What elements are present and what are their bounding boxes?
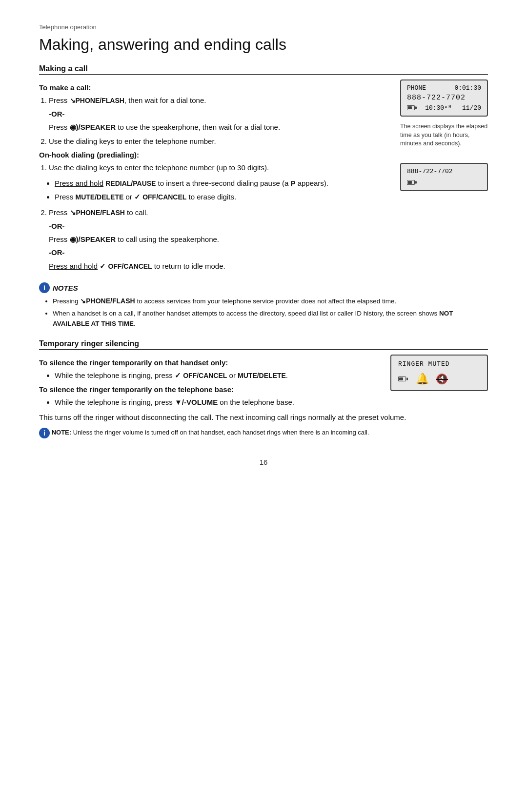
on-hook-step2: Press ↘PHONE/FLASH to call. -OR- Press ◉… [49,207,379,272]
mute-delete-ringer: MUTE/DELETE [238,372,286,379]
off-cancel-ringer: ✓ OFF/CANCEL [175,371,227,379]
screen1-caption: The screen displays the elapsed time as … [400,122,488,148]
screen1-time-left: 10:30ᵖᴹ [425,104,452,112]
page-title: Making, answering and ending calls [39,36,488,54]
ringer-bullet2: While the telephone is ringing, press ▼/… [55,396,379,408]
speaker-call: Press ◉)/SPEAKER to call using the speak… [49,234,379,245]
info-icon-2: i [39,428,50,438]
phone-flash-key-2: ↘PHONE/FLASH [70,208,125,217]
making-a-call-heading: Making a call [39,64,488,75]
step2-item: Use the dialing keys to enter the teleph… [49,136,379,147]
mute-delete-key: MUTE/DELETE [76,193,124,201]
screen1-number: 888-722-7702 [407,94,481,102]
off-cancel-key-2: ✓ OFF/CANCEL [100,262,152,270]
phone-flash-key: ↘PHONE/FLASH [70,97,124,104]
battery-icon-3 [398,376,406,381]
step1-text: Press [49,96,70,104]
volume-down-key: ▼/-VOLUME [175,398,218,406]
battery-icon [407,105,415,110]
note-label: NOTE: [52,429,71,436]
note1-key: ↘PHONE/FLASH [80,297,135,305]
on-hook-heading: On-hook dialing (predialing): [39,151,379,159]
step1-text2: , then wait for a dial tone. [124,96,206,104]
speaker-key: ◉)/SPEAKER [70,123,116,131]
ringer-sub2: To silence the ringer temporarily on the… [39,385,379,394]
page-number: 16 [39,458,488,466]
p-letter: P [290,179,295,187]
bullet-mute: Press MUTE/DELETE or ✓ OFF/CANCEL to era… [55,191,379,203]
note2: When a handset is on a call, if another … [53,309,488,329]
ringer-heading: Temporary ringer silencing [39,339,488,350]
breadcrumb: Telephone operation [39,23,488,31]
bell-slash-icon: 🔔 [416,373,429,385]
step1-item: Press ↘PHONE/FLASH, then wait for a dial… [49,95,379,133]
off-cancel-key-1: ✓ OFF/CANCEL [134,193,186,201]
or-line-2: -OR- [49,220,379,232]
or-line-1: -OR- [49,108,379,119]
ringer-paragraph: This turns off the ringer without discon… [39,412,488,423]
ringer-note: i NOTE: Unless the ringer volume is turn… [39,428,488,438]
screen1-label: PHONE [407,84,426,92]
notes-title: i NOTES [39,282,488,293]
ringer-bullet1: While the telephone is ringing, press ✓ … [55,370,379,381]
press-hold-label: Press and hold [55,179,103,187]
step1-speaker: Press ◉)/SPEAKER to use the speakerphone… [49,121,379,133]
note-text: Unless the ringer volume is turned off o… [73,429,369,436]
bullet-redial: Press and hold REDIAL/PAUSE to insert a … [55,178,379,189]
note1: Pressing ↘PHONE/FLASH to access services… [53,296,488,306]
phone-screen-1: PHONE 0:01:30 888-722-7702 10:30ᵖᴹ 11/20 [400,79,488,117]
screen1-time: 0:01:30 [454,84,481,92]
screen1-date: 11/20 [462,104,481,112]
info-icon: i [39,282,50,293]
to-make-a-call-heading: To make a call: [39,83,379,92]
press-hold-off: Press and hold ✓ OFF/CANCEL to return to… [49,260,379,272]
speaker-key-2: ◉)/SPEAKER [70,235,116,243]
signal-muted-icon: 🔇 [436,373,448,385]
ringer-sub1: To silence the ringer temporarily on tha… [39,358,379,367]
notes-box: i NOTES Pressing ↘PHONE/FLASH to access … [39,282,488,329]
battery-icon-2 [407,180,415,185]
redial-pause-key: REDIAL/PAUSE [105,179,156,187]
screen2-number: 888-722-7702 [407,168,481,175]
ringer-muted-label: RINGER MUTED [398,360,480,368]
phone-screen-2: 888-722-7702 [400,163,488,191]
press-hold-label-2: Press and hold [49,262,98,270]
or-line-3: -OR- [49,247,379,258]
not-available-text: NOT AVAILABLE AT THIS TIME [53,310,453,327]
notes-label: NOTES [53,284,78,292]
muted-screen: RINGER MUTED 🔔 🔇 [390,355,488,391]
on-hook-step1: Use the dialing keys to enter the teleph… [49,162,379,173]
